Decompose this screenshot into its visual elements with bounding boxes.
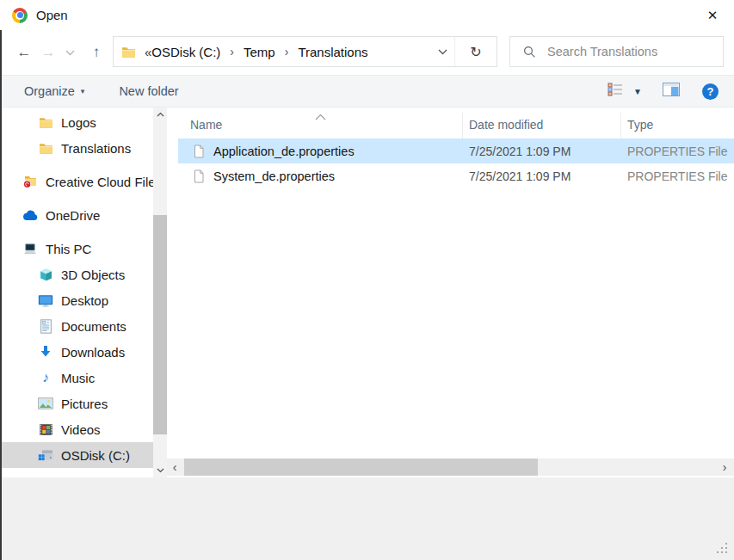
scroll-left-icon[interactable]: ‹ (167, 458, 182, 476)
folder-icon (121, 45, 136, 59)
sidebar-item-label: 3D Objects (61, 268, 125, 282)
recent-locations-chevron-icon[interactable] (60, 50, 79, 56)
toolbar-right-group: ▼ ? (608, 83, 719, 100)
preview-pane-button[interactable] (663, 83, 680, 100)
sort-ascending-icon (315, 108, 326, 124)
sidebar-item-this-pc[interactable]: This PC (0, 236, 153, 262)
sidebar-item-desktop[interactable]: Desktop (0, 287, 153, 313)
sidebar-item-label: OSDisk (C:) (61, 448, 130, 463)
breadcrumb-item-osdisk-c[interactable]: OSDisk (C:) (151, 45, 220, 59)
breadcrumb-item-temp[interactable]: Temp (244, 45, 275, 59)
horizontal-scrollbar-thumb[interactable] (184, 458, 538, 476)
sidebar-item-label: Logos (61, 115, 96, 130)
sidebar-item-label: Translations (61, 141, 131, 156)
sidebar-scrollbar-thumb[interactable] (153, 215, 167, 434)
sidebar-list: LogosTranslationsCreative Cloud FilesOne… (0, 108, 153, 477)
search-icon (523, 46, 536, 58)
organize-button[interactable]: Organize ▾ (24, 84, 84, 98)
nav-arrows: ← → ↑ (12, 30, 108, 75)
this-pc-icon (22, 241, 38, 256)
details-view-icon (608, 83, 623, 100)
creative-cloud-icon (22, 174, 38, 189)
desktop-icon (38, 292, 53, 308)
file-name-cell: System_de.properties (178, 169, 463, 183)
file-icon (192, 169, 206, 183)
command-toolbar: Organize ▾ New folder ▼ ? (0, 75, 734, 108)
file-name-text: System_de.properties (213, 169, 335, 183)
sidebar-item-pictures[interactable]: Pictures (0, 391, 153, 416)
file-rows: Application_de.properties7/25/2021 1:09 … (178, 138, 734, 188)
file-icon (192, 145, 206, 158)
scroll-right-icon[interactable]: › (717, 458, 732, 476)
change-view-button[interactable]: ▼ (608, 83, 642, 100)
file-row-system-de-properties[interactable]: System_de.properties7/25/2021 1:09 PMPRO… (178, 163, 734, 188)
folder-icon (38, 140, 53, 156)
help-button[interactable]: ? (702, 83, 719, 100)
music-icon: ♪ (38, 370, 53, 385)
window-title: Open (36, 8, 68, 22)
sidebar-item-downloads[interactable]: Downloads (0, 339, 153, 365)
up-icon[interactable]: ↑ (84, 44, 108, 61)
scroll-up-icon[interactable] (153, 108, 167, 121)
column-headers: Name Date modified Type (167, 108, 734, 138)
horizontal-scrollbar[interactable]: ‹ › (167, 458, 734, 476)
breadcrumb-separator-icon[interactable]: › (285, 45, 289, 58)
file-type-cell: PROPERTIES File (621, 145, 734, 158)
sidebar-item-videos[interactable]: Videos (0, 416, 153, 442)
sidebar-item-3d-objects[interactable]: 3D Objects (0, 262, 153, 287)
onedrive-icon (22, 207, 38, 223)
sidebar-item-creative-cloud-files[interactable]: Creative Cloud Files (0, 169, 153, 194)
file-date-cell: 7/25/2021 1:09 PM (463, 169, 621, 183)
downloads-icon (38, 344, 53, 360)
file-name-cell: Application_de.properties (178, 145, 463, 158)
search-box (509, 36, 724, 67)
titlebar: Open ✕ (0, 0, 734, 30)
sidebar-item-logos[interactable]: Logos (0, 109, 153, 135)
new-folder-button[interactable]: New folder (119, 84, 178, 98)
back-icon[interactable]: ← (12, 44, 36, 61)
new-folder-label: New folder (119, 84, 178, 98)
breadcrumb-item-translations[interactable]: Translations (298, 45, 367, 59)
pictures-icon (38, 396, 53, 411)
sidebar-item-osdisk-c[interactable]: OSDisk (C:) (0, 442, 153, 468)
preview-pane-icon (663, 83, 680, 100)
sidebar-item-label: Music (61, 371, 95, 385)
refresh-icon[interactable]: ↻ (455, 44, 497, 60)
sidebar-item-documents[interactable]: Documents (0, 313, 153, 339)
file-name-text: Application_de.properties (213, 145, 355, 158)
dialog-footer: File name: PROPERTIES-Datei Open Cancel (0, 477, 734, 560)
sidebar-item-translations[interactable]: Translations (0, 135, 153, 161)
file-type-cell: PROPERTIES File (621, 169, 734, 183)
resize-grip[interactable] (725, 551, 727, 553)
sidebar-item-onedrive[interactable]: OneDrive (0, 202, 153, 228)
file-date-cell: 7/25/2021 1:09 PM (463, 145, 621, 158)
file-row-application-de-properties[interactable]: Application_de.properties7/25/2021 1:09 … (178, 138, 734, 163)
column-header-date-modified[interactable]: Date modified (463, 113, 621, 138)
scroll-down-icon[interactable] (153, 464, 167, 477)
sidebar-item-label: Desktop (61, 293, 108, 308)
address-bar[interactable]: « OSDisk (C:)›Temp›Translations ↻ (113, 36, 497, 67)
column-header-type[interactable]: Type (621, 113, 734, 138)
chevron-down-icon: ▾ (81, 87, 85, 95)
sidebar-item-label: Documents (61, 319, 126, 334)
sidebar-item-label: This PC (46, 242, 91, 256)
sidebar-item-label: OneDrive (46, 208, 100, 223)
chevron-down-icon: ▼ (633, 87, 642, 96)
sidebar-scrollbar[interactable] (153, 108, 167, 477)
sidebar-item-label: Downloads (61, 345, 125, 360)
address-dropdown-chevron-icon[interactable] (430, 49, 454, 55)
navigation-bar: ← → ↑ « OSDisk (C:)›Temp›Translations ↻ (0, 30, 734, 75)
sidebar-item-label: Creative Cloud Files (46, 175, 153, 189)
sidebar-item-label: Videos (61, 422, 101, 437)
breadcrumb-separator-icon[interactable]: › (230, 45, 234, 58)
documents-icon (38, 318, 53, 334)
osdisk-icon (38, 447, 53, 463)
sidebar-item-label: Pictures (61, 397, 108, 411)
folder-icon (38, 114, 53, 130)
close-icon[interactable]: ✕ (698, 3, 727, 27)
sidebar-item-music[interactable]: ♪Music (0, 365, 153, 391)
breadcrumb-overflow-chevron[interactable]: « (145, 45, 151, 59)
search-input[interactable] (547, 45, 723, 58)
cube-icon (38, 267, 53, 282)
organize-label: Organize (24, 84, 75, 98)
